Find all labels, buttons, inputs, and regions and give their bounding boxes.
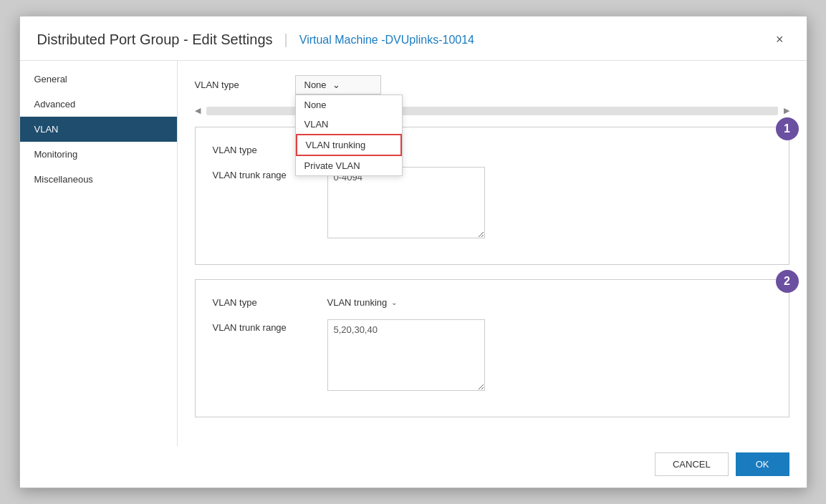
sidebar-item-vlan[interactable]: VLAN — [20, 117, 177, 142]
vlan-type-header-row: VLAN type None ⌄ None VLAN VLAN trunking… — [195, 75, 789, 94]
dialog-body: General Advanced VLAN Monitoring Miscell… — [20, 61, 807, 446]
dialog-subtitle: Virtual Machine -DVUplinks-10014 — [299, 34, 474, 47]
chevron-down-icon: ⌄ — [332, 79, 340, 90]
dialog-header: Distributed Port Group - Edit Settings |… — [20, 16, 807, 61]
vlan-type-dropdown-wrapper: None ⌄ None VLAN VLAN trunking Private V… — [295, 75, 381, 94]
sidebar-item-general[interactable]: General — [20, 67, 177, 92]
panel-1: 1 VLAN type VLAN trunking ⌄ VLAN trunk r… — [195, 127, 789, 265]
cancel-button[interactable]: CANCEL — [655, 452, 729, 476]
panel-2-vlan-type-label: VLAN type — [213, 294, 327, 308]
panel-2-trunk-range-row: VLAN trunk range — [213, 319, 772, 391]
panel-2-vlan-type-dropdown[interactable]: VLAN trunking ⌄ — [327, 294, 398, 311]
vlan-type-dropdown-button[interactable]: None ⌄ — [295, 75, 381, 94]
vlan-type-header-label: VLAN type — [195, 79, 295, 90]
scroll-left-icon[interactable]: ◀ — [195, 106, 201, 115]
dropdown-item-none[interactable]: None — [296, 95, 402, 115]
panel-2-vlan-type-row: VLAN type VLAN trunking ⌄ — [213, 294, 772, 311]
scroll-right-icon[interactable]: ▶ — [784, 106, 789, 115]
panel-2-chevron-icon: ⌄ — [391, 299, 397, 306]
dropdown-item-vlan-trunking[interactable]: VLAN trunking — [296, 134, 402, 156]
panel-1-trunk-range-input[interactable] — [327, 167, 485, 238]
panel-2-vlan-type-value: VLAN trunking — [327, 297, 388, 308]
panel-1-trunk-range-row: VLAN trunk range — [213, 167, 772, 238]
sidebar: General Advanced VLAN Monitoring Miscell… — [20, 61, 178, 446]
main-content: VLAN type None ⌄ None VLAN VLAN trunking… — [178, 61, 807, 446]
vlan-type-dropdown-menu: None VLAN VLAN trunking Private VLAN — [295, 94, 403, 176]
sidebar-item-monitoring[interactable]: Monitoring — [20, 142, 177, 167]
panel-1-badge: 1 — [776, 117, 799, 140]
dialog-footer: CANCEL OK — [638, 441, 807, 488]
close-button[interactable]: × — [770, 29, 789, 50]
scrollbar-row: ◀ ▶ — [195, 106, 789, 115]
panel-2-badge: 2 — [776, 270, 799, 293]
dialog-title: Distributed Port Group - Edit Settings — [37, 32, 273, 48]
ok-button[interactable]: OK — [736, 452, 789, 476]
separator: | — [284, 32, 288, 48]
dropdown-item-vlan[interactable]: VLAN — [296, 115, 402, 134]
panel-2: 2 VLAN type VLAN trunking ⌄ VLAN trunk r… — [195, 279, 789, 417]
dropdown-item-private-vlan[interactable]: Private VLAN — [296, 156, 402, 175]
sidebar-item-advanced[interactable]: Advanced — [20, 92, 177, 117]
panel-2-trunk-range-input[interactable] — [327, 319, 485, 391]
dialog: Distributed Port Group - Edit Settings |… — [19, 16, 807, 488]
scrollbar-track[interactable] — [206, 107, 778, 115]
sidebar-item-miscellaneous[interactable]: Miscellaneous — [20, 167, 177, 192]
panel-2-trunk-range-label: VLAN trunk range — [213, 319, 327, 333]
vlan-type-dropdown-value: None — [304, 79, 327, 90]
